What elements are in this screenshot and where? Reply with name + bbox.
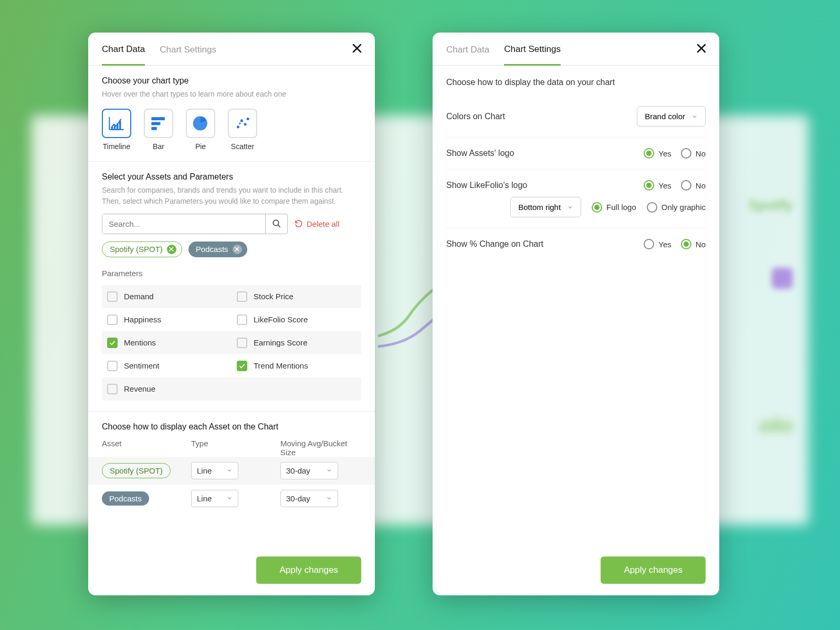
assets-logo-label: Show Assets' logo <box>446 149 514 158</box>
svg-point-12 <box>273 220 279 226</box>
radio-lf-logo-no[interactable]: No <box>681 180 706 191</box>
timeline-icon <box>102 109 131 138</box>
radio-pct-no[interactable]: No <box>681 239 706 249</box>
param-label: Mentions <box>124 338 156 347</box>
chevron-down-icon <box>691 113 698 120</box>
svg-point-7 <box>237 126 239 129</box>
background-spotify-label: Spotify <box>748 197 793 214</box>
lf-logo-label: Show LikeFolio's logo <box>446 181 527 190</box>
svg-rect-2 <box>117 123 118 130</box>
apply-button[interactable]: Apply changes <box>601 556 706 584</box>
checkbox-revenue[interactable] <box>107 384 118 394</box>
checkbox-happiness[interactable] <box>107 314 118 325</box>
tab-chart-data[interactable]: Chart Data <box>446 45 489 65</box>
chart-type-pie[interactable]: Pie <box>186 109 215 151</box>
tab-chart-settings[interactable]: Chart Settings <box>504 44 561 66</box>
bucket-select[interactable]: 30-day <box>280 490 338 507</box>
param-label: Stock Price <box>254 292 293 301</box>
checkbox-stock-price[interactable] <box>237 291 247 302</box>
svg-rect-5 <box>151 122 160 125</box>
radio-full-logo[interactable]: Full logo <box>592 202 636 213</box>
pct-label: Show % Change on Chart <box>446 239 543 249</box>
checkbox-likefolio-score[interactable] <box>237 314 247 325</box>
chevron-down-icon <box>326 495 332 501</box>
modal-body: Choose how to display the data on your c… <box>433 66 719 545</box>
modal-footer: Apply changes <box>88 545 375 595</box>
assets-section: Select your Assets and Parameters Search… <box>88 161 375 411</box>
chart-type-bar[interactable]: Bar <box>144 109 173 151</box>
chip-remove-icon[interactable]: ✕ <box>233 245 242 254</box>
tab-chart-data[interactable]: Chart Data <box>102 44 145 66</box>
asset-pill-podcasts: Podcasts <box>102 491 149 506</box>
svg-point-8 <box>240 120 243 122</box>
display-row-podcasts: Podcasts Line 30-day <box>102 485 361 512</box>
svg-rect-3 <box>119 121 121 130</box>
tab-bar: Chart Data Chart Settings <box>88 33 375 66</box>
svg-rect-6 <box>151 127 156 130</box>
setting-row-pct-change: Show % Change on Chart Yes No <box>446 228 706 260</box>
asset-pill-spotify: Spotify (SPOT) <box>102 463 171 478</box>
radio-lf-logo-yes[interactable]: Yes <box>644 180 671 191</box>
assets-hint: Search for companies, brands and trends … <box>102 185 361 206</box>
chevron-down-icon <box>567 204 573 211</box>
close-icon[interactable] <box>695 42 708 55</box>
svg-rect-4 <box>151 117 165 120</box>
asset-chips: Spotify (SPOT) ✕ Podcasts ✕ <box>102 242 361 257</box>
checkbox-sentiment[interactable] <box>107 361 118 371</box>
svg-point-9 <box>244 123 247 125</box>
display-row-spotify: Spotify (SPOT) Line 30-day <box>88 457 375 485</box>
radio-assets-logo-yes[interactable]: Yes <box>644 148 671 159</box>
setting-row-lf-logo-options: Bottom right Full logo Only graphic <box>446 197 706 228</box>
setting-row-colors: Colors on Chart Brand color <box>446 96 706 138</box>
tab-chart-settings[interactable]: Chart Settings <box>160 45 216 65</box>
chart-type-label: Bar <box>153 142 164 151</box>
chart-type-title: Choose your chart type <box>102 76 361 86</box>
display-title: Choose how to display each Asset on the … <box>102 422 361 432</box>
chart-type-label: Scatter <box>231 142 254 151</box>
radio-pct-yes[interactable]: Yes <box>644 239 671 249</box>
pie-icon <box>186 109 215 138</box>
bucket-select[interactable]: 30-day <box>280 462 338 479</box>
background-likefolio-label: olio <box>759 415 793 437</box>
chip-label: Podcasts <box>196 245 228 254</box>
chevron-down-icon <box>226 467 233 474</box>
close-icon[interactable] <box>351 42 363 55</box>
colors-dropdown[interactable]: Brand color <box>637 106 706 127</box>
checkbox-trend-mentions[interactable] <box>237 361 247 371</box>
parameters-grid: Demand Stock Price Happiness LikeFolio S… <box>102 285 361 401</box>
search-box <box>102 214 288 234</box>
background-podcast-tile <box>772 268 793 289</box>
search-input[interactable] <box>102 214 265 234</box>
chip-spotify: Spotify (SPOT) ✕ <box>102 242 182 257</box>
type-select[interactable]: Line <box>191 490 238 507</box>
chart-type-hint: Hover over the chart types to learn more… <box>102 89 361 99</box>
chart-type-label: Timeline <box>103 142 130 151</box>
svg-rect-1 <box>114 125 116 130</box>
search-button[interactable] <box>265 214 287 234</box>
delete-all-button[interactable]: Delete all <box>294 219 340 228</box>
type-select[interactable]: Line <box>191 462 238 479</box>
radio-only-graphic[interactable]: Only graphic <box>647 202 706 213</box>
svg-point-11 <box>239 123 240 124</box>
parameters-title: Parameters <box>102 269 361 278</box>
chart-data-modal: Chart Data Chart Settings Choose your ch… <box>88 33 375 595</box>
bar-icon <box>144 109 173 138</box>
checkbox-mentions[interactable] <box>107 338 118 348</box>
chevron-down-icon <box>326 467 332 474</box>
chart-type-picker: Timeline Bar Pie <box>102 109 361 151</box>
param-label: Trend Mentions <box>254 361 308 370</box>
setting-row-lf-logo: Show LikeFolio's logo Yes No <box>446 170 706 197</box>
undo-icon <box>294 219 303 228</box>
chart-type-label: Pie <box>195 142 206 151</box>
chart-type-timeline[interactable]: Timeline <box>102 109 131 151</box>
modal-footer: Apply changes <box>433 545 719 595</box>
checkbox-demand[interactable] <box>107 291 118 302</box>
checkbox-earnings-score[interactable] <box>237 338 247 348</box>
chart-type-scatter[interactable]: Scatter <box>228 109 257 151</box>
chart-settings-modal: Chart Data Chart Settings Choose how to … <box>433 33 719 595</box>
chip-remove-icon[interactable]: ✕ <box>167 245 176 254</box>
radio-assets-logo-no[interactable]: No <box>681 148 706 159</box>
lf-position-dropdown[interactable]: Bottom right <box>510 197 581 217</box>
apply-button[interactable]: Apply changes <box>256 556 361 584</box>
param-label: Happiness <box>124 315 161 324</box>
